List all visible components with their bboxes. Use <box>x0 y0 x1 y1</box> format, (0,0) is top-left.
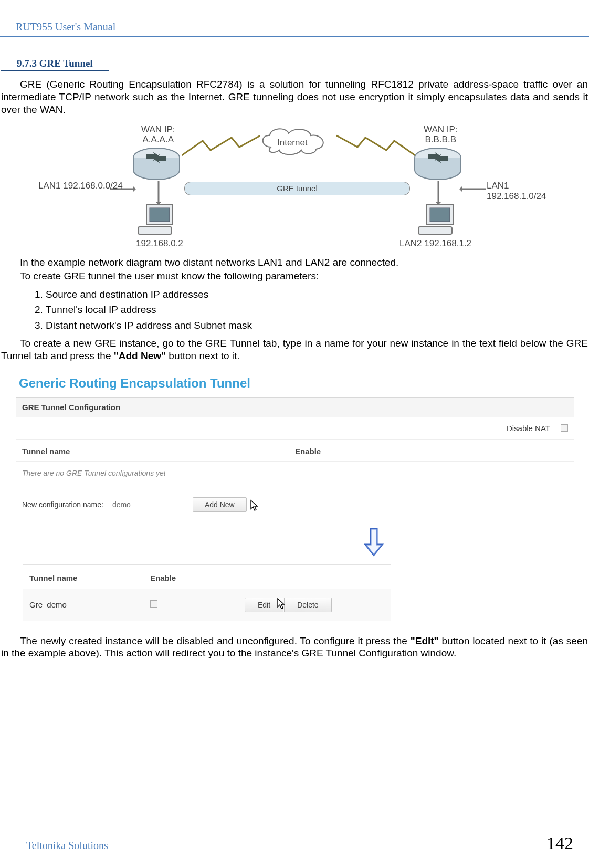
section-title: GRE Tunnel <box>39 58 93 69</box>
network-diagram: Internet WAN IP:A.A.A.A WAN IP:B.B.B.B <box>53 123 536 249</box>
para5-b: "Edit" <box>411 635 439 646</box>
svg-marker-5 <box>459 186 462 192</box>
col2-header-tunnel-name: Tunnel name <box>29 573 150 582</box>
lightning-left-icon <box>182 134 260 163</box>
para4-c: button next to it. <box>166 350 239 361</box>
svg-rect-11 <box>150 208 170 222</box>
col-header-tunnel-name: Tunnel name <box>22 447 295 456</box>
lan1-cidr-label: LAN1 192.168.0.0/24 <box>38 181 123 191</box>
para4-b: "Add New" <box>114 350 166 361</box>
gre-tunnel-band: GRE tunnel <box>184 182 410 195</box>
down-arrow-icon <box>173 528 574 559</box>
new-config-input[interactable] <box>109 498 187 511</box>
ui-panel-header: GRE Tunnel Configuration <box>16 398 574 417</box>
gre-instance-row: Gre_demo Edit Delete <box>23 589 391 621</box>
internet-label: Internet <box>277 138 308 148</box>
row-tunnel-name: Gre_demo <box>29 600 150 609</box>
lightning-right-icon <box>336 134 415 163</box>
ui-page-title: Generic Routing Encapsulation Tunnel <box>16 372 574 397</box>
add-new-button[interactable]: Add New <box>193 497 247 512</box>
svg-marker-3 <box>133 186 136 192</box>
paragraph-2: In the example network diagram two dista… <box>1 256 588 270</box>
pc-a-icon <box>137 204 178 238</box>
router-b-icon <box>413 147 462 182</box>
pc1-connector-icon <box>154 181 163 207</box>
delete-button-label: Delete <box>297 601 318 609</box>
section-heading: 9.7.3 GRE Tunnel <box>1 58 109 71</box>
parameters-list: 1. Source and destination IP addresses 2… <box>1 285 588 337</box>
section-number: 9.7.3 <box>17 58 37 69</box>
disable-nat-checkbox[interactable] <box>561 424 568 432</box>
cursor-icon <box>249 499 259 514</box>
col2-header-enable: Enable <box>150 573 176 582</box>
router-a-icon <box>132 147 181 182</box>
row-enable-checkbox[interactable] <box>150 600 157 608</box>
footer-page-number: 142 <box>546 833 573 853</box>
lan2-host-label: LAN2 192.168.1.2 <box>399 238 471 249</box>
delete-button[interactable]: Delete <box>284 598 331 612</box>
paragraph-intro: GRE (Generic Routing Encapsulation RFC27… <box>1 78 588 121</box>
edit-button-label: Edit <box>258 601 270 609</box>
svg-rect-12 <box>138 227 172 234</box>
paragraph-3: To create GRE tunnel the user must know … <box>1 270 588 285</box>
list-item-2: 2. Tunnel's local IP address <box>35 302 588 317</box>
empty-state-text: There are no GRE Tunnel configurations y… <box>16 462 574 492</box>
lan2-cidr-label: LAN1 192.168.1.0/24 <box>487 181 546 202</box>
page-footer: Teltonika Solutions 142 <box>0 830 589 853</box>
footer-company: Teltonika Solutions <box>26 840 108 852</box>
cursor-icon-2 <box>276 598 286 616</box>
lan2-connector-icon <box>459 185 486 195</box>
para5-a: The newly created instance will be disab… <box>20 635 411 646</box>
page-header: RUT955 User's Manual <box>0 21 589 37</box>
new-config-label: New configuration name: <box>22 500 103 509</box>
col-header-enable: Enable <box>295 447 321 456</box>
wan-b-label: WAN IP:B.B.B.B <box>424 125 458 144</box>
svg-rect-14 <box>430 208 450 222</box>
lan1-host-label: 192.168.0.2 <box>136 238 183 249</box>
wan-a-label: WAN IP:A.A.A.A <box>141 125 175 144</box>
paragraph-4: To create a new GRE instance, go to the … <box>1 337 588 368</box>
ui-screenshot-add: Generic Routing Encapsulation Tunnel GRE… <box>16 372 574 621</box>
pc-b-icon <box>417 204 458 238</box>
disable-nat-label: Disable NAT <box>411 424 558 433</box>
list-item-3: 3. Distant network's IP address and Subn… <box>35 318 588 333</box>
paragraph-5: The newly created instance will be disab… <box>1 635 588 665</box>
para4-a: To create a new GRE instance, go to the … <box>1 338 588 361</box>
list-item-1: 1. Source and destination IP addresses <box>35 287 588 302</box>
pc2-connector-icon <box>434 181 443 207</box>
svg-rect-15 <box>418 227 452 234</box>
add-new-button-label: Add New <box>205 500 235 509</box>
